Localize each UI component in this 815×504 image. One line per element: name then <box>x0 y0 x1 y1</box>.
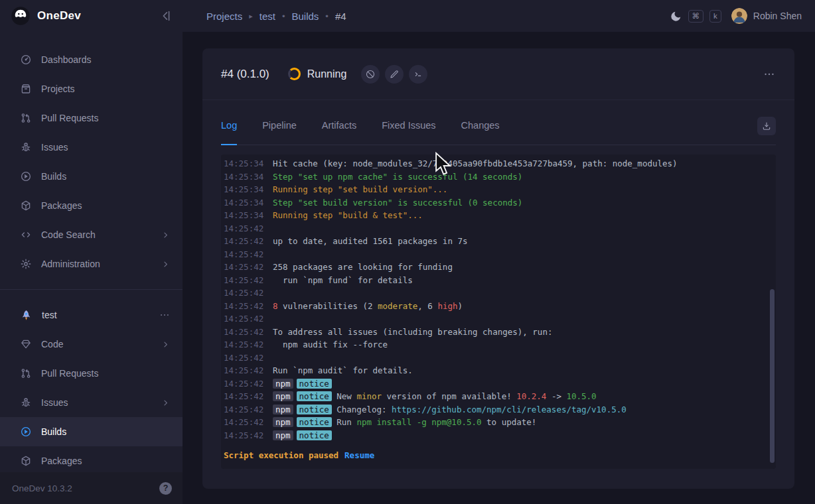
sidebar-collapse-button[interactable] <box>159 9 173 23</box>
log-text: run `npm fund` for details <box>273 275 413 285</box>
bug-icon <box>20 141 32 153</box>
log-text: npm install -g npm@10.5.0 <box>356 417 481 427</box>
log-text: moderate <box>378 301 417 311</box>
log-line: 14:25:42 npmnotice <box>224 377 767 391</box>
terminal-button[interactable] <box>409 65 427 84</box>
log-scrollbar-thumb[interactable] <box>770 289 775 463</box>
log-text: To address all issues (including breakin… <box>273 327 552 337</box>
log-timestamp: 14:25:42 <box>224 286 265 300</box>
log-timestamp: 14:25:42 <box>224 351 265 365</box>
help-icon[interactable]: ? <box>159 482 172 495</box>
log-line: 14:25:42 <box>224 351 767 365</box>
sidebar-item-issues[interactable]: Issues <box>0 133 183 162</box>
project-item-code[interactable]: Code <box>0 330 183 359</box>
sidebar-item-code-search[interactable]: Code Search <box>0 220 183 249</box>
sidebar-divider <box>0 289 183 290</box>
log-text: Running step "set build version"... <box>273 184 447 194</box>
sidebar-item-pull-requests[interactable]: Pull Requests <box>0 103 183 133</box>
pencil-icon <box>389 69 400 80</box>
project-item-builds[interactable]: Builds <box>0 417 183 446</box>
project-more-button[interactable] <box>159 309 171 321</box>
pull-request-icon <box>20 112 32 124</box>
chevron-right-icon <box>161 340 171 349</box>
log-timestamp: 14:25:34 <box>224 196 265 210</box>
content: #4 (0.1.0) Running LogPipelineArtifactsF… <box>183 32 815 504</box>
log-timestamp: 14:25:42 <box>224 338 265 351</box>
sidebar-project-test[interactable]: test <box>0 300 183 330</box>
tab-pipeline[interactable]: Pipeline <box>262 107 297 145</box>
log-text: 10.5.0 <box>566 391 596 401</box>
paused-message: Script execution paused <box>224 450 338 460</box>
breadcrumb-test[interactable]: test <box>259 11 275 22</box>
tab-fixed-issues[interactable]: Fixed Issues <box>382 107 435 145</box>
log-timestamp: 14:25:42 <box>224 222 265 235</box>
user-name[interactable]: Robin Shen <box>753 11 802 21</box>
moon-icon <box>670 15 682 25</box>
log-line: 14:25:42 npmnotice <box>224 429 767 442</box>
sidebar-item-dashboards[interactable]: Dashboards <box>0 45 183 74</box>
log-text: ) <box>457 301 463 311</box>
tab-log[interactable]: Log <box>221 107 237 145</box>
log-text: Changelog: <box>332 405 392 414</box>
sidebar-item-packages[interactable]: Packages <box>0 191 183 220</box>
project-item-issues[interactable]: Issues <box>0 388 183 417</box>
sidebar-nav-project: Code Pull Requests Issues Builds Package… <box>0 330 183 475</box>
nav-item-label: Dashboards <box>41 54 92 65</box>
build-status: Running <box>307 68 347 80</box>
log-text: Run <box>332 417 357 427</box>
nav-item-label: Pull Requests <box>41 113 98 123</box>
sidebar-nav-main: Dashboards Projects Pull Requests Issues… <box>0 32 183 279</box>
sidebar-item-builds[interactable]: Builds <box>0 162 183 191</box>
log-text: New <box>332 391 357 401</box>
log-link[interactable]: https://github.com/npm/cli/releases/tag/… <box>392 405 627 414</box>
log-notice-badge: notice <box>297 379 332 389</box>
log-line: 14:25:34 Running step "set build version… <box>224 183 767 196</box>
log-npm-badge: npm <box>273 417 293 427</box>
project-item-packages[interactable]: Packages <box>0 446 183 475</box>
avatar[interactable] <box>731 8 747 24</box>
log-timestamp: 14:25:42 <box>224 274 265 287</box>
nav-item-label: Builds <box>41 426 66 437</box>
app-root: OneDev Dashboards Projects Pull Requests… <box>0 0 815 504</box>
breadcrumb-separator: • <box>325 11 329 21</box>
main-area: Projects▸test•Builds•#4 ⌘ k Robin Shen #… <box>183 0 815 504</box>
project-item-pull-requests[interactable]: Pull Requests <box>0 359 183 388</box>
build-title: #4 (0.1.0) <box>221 68 269 81</box>
nav-item-label: Code <box>41 339 63 349</box>
log-notice-badge: notice <box>297 430 332 440</box>
log-line: 14:25:42 npm audit fix --force <box>224 338 767 351</box>
tab-artifacts[interactable]: Artifacts <box>322 107 356 145</box>
tab-changes[interactable]: Changes <box>461 107 500 145</box>
log-notice-badge: notice <box>297 417 332 427</box>
edit-button[interactable] <box>385 65 404 84</box>
log-line: 14:25:42 run `npm fund` for details <box>224 274 767 287</box>
bug-icon <box>20 397 32 409</box>
build-card: #4 (0.1.0) Running LogPipelineArtifactsF… <box>202 48 794 489</box>
build-more-button[interactable] <box>763 68 776 81</box>
sidebar: OneDev Dashboards Projects Pull Requests… <box>0 0 183 504</box>
log-timestamp: 14:25:34 <box>224 157 265 170</box>
cancel-button[interactable] <box>361 65 380 84</box>
download-log-button[interactable] <box>757 117 776 135</box>
pull-request-icon <box>20 367 32 379</box>
play-circle-icon <box>20 426 32 438</box>
nav-item-label: Builds <box>41 171 66 182</box>
breadcrumb-projects[interactable]: Projects <box>206 11 242 22</box>
log-text: -> <box>546 391 566 401</box>
download-icon <box>761 121 772 131</box>
log-timestamp: 14:25:42 <box>224 390 265 403</box>
gear-icon <box>20 258 32 270</box>
resume-link[interactable]: Resume <box>344 450 374 460</box>
log-text: Hit cache (key: node_modules_32/7b2405aa… <box>273 158 678 168</box>
breadcrumb-builds[interactable]: Builds <box>291 11 319 22</box>
dashboard-icon <box>20 54 32 66</box>
log-timestamp: 14:25:42 <box>224 416 265 429</box>
sidebar-item-projects[interactable]: Projects <box>0 74 183 103</box>
log-text: up to date, audited 1561 packages in 7s <box>273 236 468 246</box>
log-timestamp: 14:25:42 <box>224 261 265 274</box>
sidebar-item-administration[interactable]: Administration <box>0 249 183 279</box>
nav-item-label: Issues <box>41 142 68 153</box>
chevron-right-icon <box>161 398 171 408</box>
archive-icon <box>20 83 32 95</box>
dark-mode-toggle[interactable] <box>670 10 682 23</box>
